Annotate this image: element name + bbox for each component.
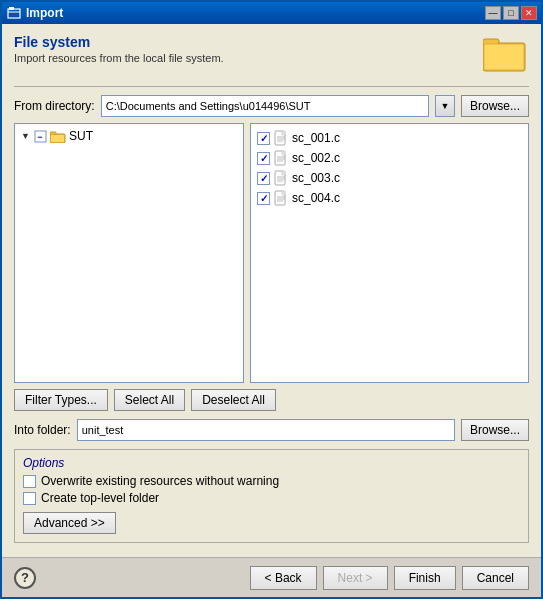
file-name: sc_004.c bbox=[292, 191, 340, 205]
cancel-button[interactable]: Cancel bbox=[462, 566, 529, 590]
close-button[interactable]: ✕ bbox=[521, 6, 537, 20]
list-item: sc_003.c bbox=[255, 168, 524, 188]
file-name: sc_003.c bbox=[292, 171, 340, 185]
file-checkbox[interactable] bbox=[257, 192, 270, 205]
file-name: sc_001.c bbox=[292, 131, 340, 145]
svg-rect-10 bbox=[51, 135, 64, 142]
next-button[interactable]: Next > bbox=[323, 566, 388, 590]
overwrite-checkbox[interactable] bbox=[23, 475, 36, 488]
file-checkbox[interactable] bbox=[257, 152, 270, 165]
files-panel[interactable]: sc_001.c sc_002.c sc_003.c sc_004.c bbox=[250, 123, 529, 383]
svg-rect-19 bbox=[282, 151, 286, 155]
tree-item-sut[interactable]: ▼ − SUT bbox=[19, 128, 239, 144]
directory-dropdown-button[interactable]: ▼ bbox=[435, 95, 455, 117]
file-checkbox[interactable] bbox=[257, 172, 270, 185]
svg-text:−: − bbox=[37, 132, 42, 142]
bottom-bar: ? < Back Next > Finish Cancel bbox=[2, 557, 541, 597]
from-directory-input[interactable] bbox=[101, 95, 429, 117]
from-directory-row: From directory: ▼ Browse... bbox=[14, 95, 529, 117]
tree-item-label: SUT bbox=[69, 129, 93, 143]
create-folder-checkbox[interactable] bbox=[23, 492, 36, 505]
from-directory-browse-button[interactable]: Browse... bbox=[461, 95, 529, 117]
window-title: Import bbox=[26, 6, 485, 20]
bottom-nav-buttons: < Back Next > Finish Cancel bbox=[250, 566, 529, 590]
file-checkbox[interactable] bbox=[257, 132, 270, 145]
svg-rect-0 bbox=[8, 9, 20, 18]
header-text: File system Import resources from the lo… bbox=[14, 34, 481, 64]
title-bar: Import — □ ✕ bbox=[2, 2, 541, 24]
into-folder-input[interactable] bbox=[77, 419, 455, 441]
folder-icon-large bbox=[481, 34, 529, 74]
svg-rect-9 bbox=[50, 132, 56, 135]
options-section: Options Overwrite existing resources wit… bbox=[14, 449, 529, 543]
into-folder-row: Into folder: Browse... bbox=[14, 419, 529, 441]
overwrite-option-row: Overwrite existing resources without war… bbox=[23, 474, 520, 488]
into-folder-label: Into folder: bbox=[14, 423, 71, 437]
page-title: File system bbox=[14, 34, 481, 50]
tree-panel[interactable]: ▼ − SUT bbox=[14, 123, 244, 383]
minimize-button[interactable]: — bbox=[485, 6, 501, 20]
header-section: File system Import resources from the lo… bbox=[14, 34, 529, 74]
help-button[interactable]: ? bbox=[14, 567, 36, 589]
import-dialog: Import — □ ✕ File system Import resource… bbox=[0, 0, 543, 599]
from-directory-label: From directory: bbox=[14, 99, 95, 113]
list-item: sc_002.c bbox=[255, 148, 524, 168]
list-item: sc_001.c bbox=[255, 128, 524, 148]
back-button[interactable]: < Back bbox=[250, 566, 317, 590]
filter-types-button[interactable]: Filter Types... bbox=[14, 389, 108, 411]
tree-checkbox-icon: − bbox=[34, 130, 47, 143]
window-controls: — □ ✕ bbox=[485, 6, 537, 20]
window-icon bbox=[6, 5, 22, 21]
svg-rect-25 bbox=[282, 171, 286, 175]
deselect-all-button[interactable]: Deselect All bbox=[191, 389, 276, 411]
select-all-button[interactable]: Select All bbox=[114, 389, 185, 411]
svg-rect-13 bbox=[282, 131, 286, 135]
maximize-button[interactable]: □ bbox=[503, 6, 519, 20]
panels-row: ▼ − SUT bbox=[14, 123, 529, 383]
list-item: sc_004.c bbox=[255, 188, 524, 208]
finish-button[interactable]: Finish bbox=[394, 566, 456, 590]
options-title: Options bbox=[23, 456, 520, 470]
create-folder-label: Create top-level folder bbox=[41, 491, 159, 505]
file-name: sc_002.c bbox=[292, 151, 340, 165]
page-subtitle: Import resources from the local file sys… bbox=[14, 52, 481, 64]
folder-tree-icon bbox=[50, 130, 66, 143]
svg-rect-1 bbox=[9, 7, 14, 10]
file-icon bbox=[274, 170, 288, 186]
main-content: File system Import resources from the lo… bbox=[2, 24, 541, 557]
expand-icon: ▼ bbox=[21, 131, 31, 141]
advanced-button[interactable]: Advanced >> bbox=[23, 512, 116, 534]
actions-row: Filter Types... Select All Deselect All bbox=[14, 389, 529, 411]
into-folder-browse-button[interactable]: Browse... bbox=[461, 419, 529, 441]
svg-rect-5 bbox=[484, 44, 524, 70]
file-icon bbox=[274, 150, 288, 166]
svg-rect-31 bbox=[282, 191, 286, 195]
file-icon bbox=[274, 130, 288, 146]
create-folder-option-row: Create top-level folder bbox=[23, 491, 520, 505]
file-icon bbox=[274, 190, 288, 206]
header-divider bbox=[14, 86, 529, 87]
overwrite-label: Overwrite existing resources without war… bbox=[41, 474, 279, 488]
